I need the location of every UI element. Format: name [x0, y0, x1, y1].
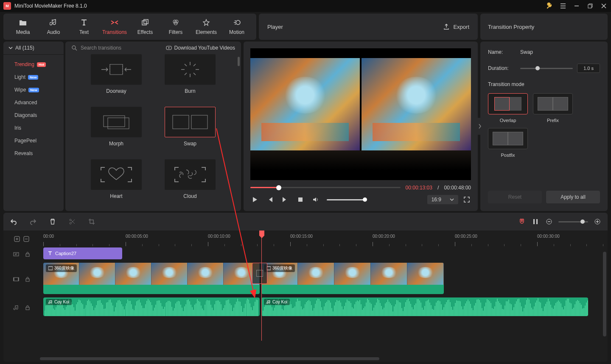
duration-slider[interactable]	[520, 68, 573, 69]
audio-clip[interactable]: Coy Koi	[43, 297, 260, 316]
badge-new: New	[28, 88, 39, 92]
stop-button[interactable]	[296, 195, 305, 204]
transition-thumb-cloud[interactable]	[165, 159, 216, 190]
tab-text[interactable]: Text	[69, 18, 99, 35]
duration-value[interactable]: 1.0 s	[577, 64, 600, 73]
tab-media[interactable]: Media	[8, 18, 38, 35]
svg-rect-24	[26, 254, 29, 256]
transition-thumb-burn[interactable]	[165, 54, 216, 85]
caption-clip[interactable]: Caption27	[43, 247, 122, 259]
video-clip[interactable]: 360度映像	[261, 263, 444, 294]
category-diagonals[interactable]: Diagonals	[3, 109, 64, 122]
category-advanced[interactable]: Advanced	[3, 96, 64, 109]
transition-thumb-morph[interactable]	[91, 107, 142, 137]
category-iris[interactable]: Iris	[3, 122, 64, 134]
collapse-properties-button[interactable]	[477, 118, 483, 135]
filters-icon	[172, 18, 179, 27]
svg-rect-26	[26, 279, 29, 281]
transition-marker[interactable]	[252, 263, 267, 284]
lock-icon[interactable]	[25, 277, 30, 282]
mode-thumb-overlap[interactable]	[488, 93, 528, 114]
zoom-out-button[interactable]	[545, 217, 553, 226]
category-pagepeel[interactable]: PagePeel	[3, 134, 64, 147]
transition-item-heart: Heart	[82, 159, 150, 207]
transition-thumb-heart[interactable]	[91, 159, 142, 190]
next-button[interactable]	[281, 195, 289, 204]
zoom-slider[interactable]	[558, 221, 588, 222]
transition-label: Burn	[185, 88, 195, 94]
preview-frame-right	[362, 58, 471, 150]
apply-all-button[interactable]: Apply to all	[546, 191, 600, 203]
text-icon	[48, 251, 53, 256]
svg-rect-13	[191, 115, 207, 129]
add-track-icon[interactable]	[14, 236, 20, 242]
playhead[interactable]	[261, 231, 262, 341]
tab-motion[interactable]: Motion	[221, 18, 252, 35]
category-trending[interactable]: TrendingHot	[3, 58, 64, 71]
redo-button[interactable]	[29, 217, 37, 226]
svg-rect-23	[14, 253, 19, 256]
audio-clip[interactable]: Coy Koi	[261, 297, 588, 316]
category-wipe[interactable]: WipeNew	[3, 83, 64, 96]
text-track-icon	[13, 251, 19, 257]
key-icon[interactable]	[546, 2, 553, 10]
transition-thumb-swap[interactable]	[165, 107, 216, 137]
undo-button[interactable]	[9, 217, 18, 226]
split-button[interactable]	[68, 217, 76, 226]
video-clip[interactable]: 360度映像	[43, 263, 260, 294]
properties-panel: Name: Swap Duration: 1.0 s Transition mo…	[480, 42, 608, 211]
svg-rect-29	[26, 307, 29, 310]
aspect-ratio-select[interactable]: 16:9	[427, 195, 458, 204]
lock-icon[interactable]	[25, 305, 30, 310]
play-button[interactable]	[250, 195, 259, 204]
snap-button[interactable]	[518, 217, 526, 226]
audio-track: Coy KoiCoy Koi	[3, 297, 608, 318]
timeline-toolbar	[3, 213, 608, 231]
markers-button[interactable]	[531, 217, 540, 226]
mode-thumb-prefix[interactable]	[533, 93, 573, 114]
tab-effects[interactable]: Effects	[130, 18, 160, 35]
svg-point-15	[70, 219, 71, 221]
volume-slider[interactable]	[327, 199, 365, 200]
svg-rect-1	[142, 21, 146, 25]
volume-button[interactable]	[311, 195, 320, 204]
crop-button[interactable]	[87, 217, 96, 226]
category-all[interactable]: All (115)	[3, 42, 64, 55]
transition-label: Heart	[110, 193, 122, 199]
search-transitions[interactable]: Search transitions	[71, 45, 121, 51]
transition-item-morph: Morph	[82, 107, 150, 154]
minimize-icon[interactable]	[573, 2, 580, 10]
prev-button[interactable]	[266, 195, 274, 204]
export-button[interactable]: Export	[443, 23, 469, 30]
property-header: Transition Property	[480, 14, 608, 40]
fullscreen-button[interactable]	[462, 195, 471, 204]
timeline-vscroll[interactable]	[603, 252, 606, 336]
player-viewport	[250, 48, 471, 180]
delete-button[interactable]	[48, 217, 57, 226]
maximize-icon[interactable]	[586, 2, 594, 10]
mode-thumb-postfix[interactable]	[488, 128, 528, 149]
remove-track-icon[interactable]	[23, 236, 30, 242]
scrollbar-thumb[interactable]	[238, 57, 240, 66]
timeline-ruler[interactable]: 00:0000:00:05:0000:00:10:0000:00:15:0000…	[40, 231, 608, 247]
category-light[interactable]: LightNew	[3, 71, 64, 83]
elements-icon	[202, 18, 210, 27]
tab-filters[interactable]: Filters	[160, 18, 191, 35]
category-reveals[interactable]: Reveals	[3, 147, 64, 160]
transition-thumb-doorway[interactable]	[91, 54, 142, 85]
menu-icon[interactable]	[559, 2, 567, 10]
tab-elements[interactable]: Elements	[191, 18, 221, 35]
svg-rect-18	[536, 219, 538, 224]
tab-transitions[interactable]: Transitions	[99, 18, 130, 35]
time-current: 00:00:13:03	[406, 185, 432, 191]
effects-icon	[141, 18, 149, 27]
download-youtube-link[interactable]: Download YouTube Videos	[166, 45, 235, 51]
app-title: MiniTool MovieMaker Free 8.1.0	[14, 3, 546, 9]
timeline-hscroll[interactable]	[40, 357, 379, 360]
svg-point-16	[70, 222, 71, 224]
player-progress-bar[interactable]	[250, 187, 401, 188]
close-icon[interactable]	[600, 2, 608, 10]
zoom-in-button[interactable]	[593, 217, 602, 226]
lock-icon[interactable]	[25, 252, 30, 257]
tab-audio[interactable]: Audio	[38, 18, 69, 35]
